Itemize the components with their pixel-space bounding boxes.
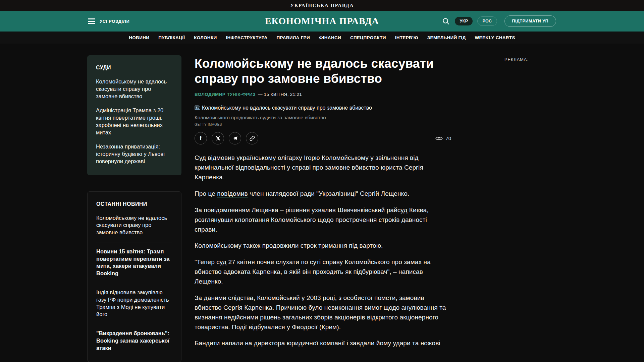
- share-telegram-button[interactable]: [229, 132, 241, 144]
- article-main: Коломойському не вдалось скасувати справ…: [195, 56, 451, 355]
- article-paragraph: За повідомленням Лещенка – рішення ухвал…: [195, 205, 451, 235]
- article-paragraph: Коломойському також продовжили строк три…: [195, 241, 451, 251]
- nav-item-zemelnyi-hid[interactable]: ЗЕМЕЛЬНИЙ ГІД: [427, 35, 466, 40]
- lang-toggle-ros[interactable]: РОС: [477, 16, 497, 26]
- topic-item[interactable]: Коломойському не вдалось скасувати справ…: [96, 78, 173, 100]
- link-icon: [250, 136, 255, 141]
- nav-item-novyny[interactable]: НОВИНИ: [129, 35, 149, 40]
- divider: [96, 324, 172, 324]
- paragraph-text: член наглядової ради "Укрзалізниці" Серг…: [248, 190, 409, 197]
- eye-icon: [435, 136, 443, 141]
- share-x-button[interactable]: [212, 132, 224, 144]
- all-sections-label: УСІ РОЗДІЛИ: [100, 19, 129, 24]
- latest-news-item[interactable]: "Викрадення бронювань": Booking зазнав х…: [96, 330, 172, 352]
- article-paragraph: Бандити напали на директора юридичної ко…: [195, 339, 451, 348]
- paragraph-text: Про це: [195, 190, 217, 197]
- nav-item-finansy[interactable]: ФІНАНСИ: [319, 35, 341, 40]
- latest-news-item[interactable]: Коломойському не вдалось скасувати справ…: [96, 215, 172, 236]
- share-facebook-button[interactable]: f: [195, 132, 207, 144]
- ad-label: РЕКЛАМА:: [504, 57, 529, 62]
- nav-item-spetsproekty[interactable]: СПЕЦПРОЄКТИ: [350, 35, 386, 40]
- povidomyv-link[interactable]: повідомив: [217, 190, 248, 197]
- latest-news-item[interactable]: Новини 15 квітня: Трамп повертатиме пере…: [96, 248, 172, 277]
- x-icon: [215, 136, 220, 141]
- ukrainska-pravda-logo[interactable]: УКРАЇНСЬКА ПРАВДА: [290, 3, 354, 8]
- topic-box-sudy: СУДИ Коломойському не вдалось скасувати …: [87, 55, 181, 175]
- view-count: 70: [445, 135, 451, 141]
- byline: ВОЛОДИМИР ТУНІК-ФРИЗ — 15 КВІТНЯ, 21:21: [195, 92, 451, 97]
- image-caption: Коломойського продовжать судити за замов…: [195, 115, 451, 120]
- article-paragraph: Суд відмовив українському олігарху Ігорю…: [195, 153, 451, 182]
- lang-toggle-ukr[interactable]: УКР: [455, 17, 473, 25]
- hamburger-icon: [88, 18, 95, 24]
- nav-item-kolonky[interactable]: КОЛОНКИ: [194, 35, 217, 40]
- header-right-group: УКР РОС ПІДТРИМАТИ УП: [441, 15, 556, 27]
- copy-link-button[interactable]: [246, 132, 258, 144]
- telegram-icon: [232, 136, 238, 141]
- broken-image-icon: [195, 105, 201, 111]
- main-nav: НОВИНИ ПУБЛІКАЦІЇ КОЛОНКИ ІНФРАСТРУКТУРА…: [0, 32, 644, 44]
- topic-item[interactable]: Адміністрація Трампа з 20 квітня поверта…: [96, 107, 173, 136]
- nav-item-weekly-charts[interactable]: WEEKLY CHARTS: [475, 35, 515, 40]
- top-bar: УКРАЇНСЬКА ПРАВДА: [0, 0, 644, 11]
- all-sections-menu[interactable]: УСІ РОЗДІЛИ: [88, 18, 129, 24]
- byline-author[interactable]: ВОЛОДИМИР ТУНІК-ФРИЗ: [195, 92, 256, 97]
- divider: [96, 242, 172, 242]
- latest-news-item[interactable]: Індія відновила закупівлю газу РФ попри …: [96, 289, 172, 318]
- byline-date: — 15 КВІТНЯ, 21:21: [258, 92, 302, 97]
- article-title: Коломойському не вдалось скасувати справ…: [195, 56, 451, 86]
- latest-news-title: ОСТАННІ НОВИНИ: [96, 201, 172, 207]
- nav-item-infrastruktura[interactable]: ІНФРАСТРУКТУРА: [226, 35, 267, 40]
- social-share-row: f 70: [195, 132, 451, 144]
- nav-item-pravyla-hry[interactable]: ПРАВИЛА ГРИ: [277, 35, 310, 40]
- ekonomichna-pravda-logo[interactable]: ЕКОНОМІЧНА ПРАВДА: [265, 16, 379, 26]
- broken-image-row: Коломойському не вдалось скасувати справ…: [195, 105, 451, 111]
- image-alt-text: Коломойському не вдалось скасувати справ…: [202, 105, 372, 111]
- topic-item[interactable]: Незаконна приватизація: історичну будівл…: [96, 143, 173, 165]
- view-counter: 70: [435, 135, 451, 141]
- image-credit: GETTY IMAGES: [195, 123, 451, 126]
- article-paragraph: Про це повідомив член наглядової ради "У…: [195, 189, 451, 199]
- article-body: Суд відмовив українському олігарху Ігорю…: [195, 153, 451, 348]
- support-up-button[interactable]: ПІДТРИМАТИ УП: [504, 15, 556, 27]
- nav-item-interviu[interactable]: ІНТЕРВ'Ю: [395, 35, 418, 40]
- article-paragraph: "Тепер суд 27 квітня почне слухати по су…: [195, 257, 451, 287]
- search-icon[interactable]: [441, 17, 450, 25]
- topic-box-title[interactable]: СУДИ: [96, 65, 173, 71]
- article-paragraph: За даними слідства, Коломойський у 2003 …: [195, 293, 451, 332]
- facebook-icon: f: [200, 135, 202, 142]
- nav-item-publikatsii[interactable]: ПУБЛІКАЦІЇ: [158, 35, 185, 40]
- latest-news-box: ОСТАННІ НОВИНИ Коломойському не вдалось …: [87, 191, 181, 362]
- left-sidebar: СУДИ Коломойському не вдалось скасувати …: [87, 55, 181, 362]
- divider: [96, 283, 172, 283]
- site-header: УСІ РОЗДІЛИ ЕКОНОМІЧНА ПРАВДА УКР РОС ПІ…: [0, 11, 644, 32]
